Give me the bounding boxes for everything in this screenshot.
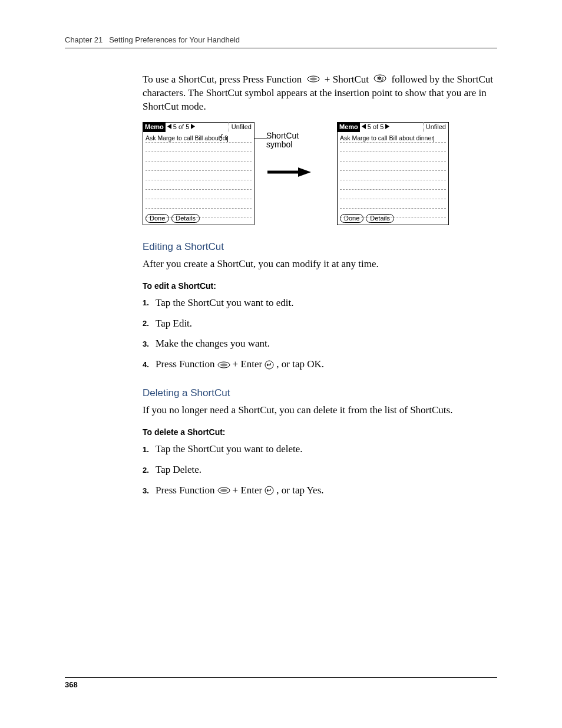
to-edit-subhead: To edit a ShortCut:	[143, 281, 497, 292]
figure-callout: ShortCut symbol	[266, 122, 325, 181]
enter-key-icon	[265, 486, 274, 495]
step-text: Tap the ShortCut you want to edit.	[156, 297, 293, 310]
page-number: 368	[65, 680, 78, 689]
svg-point-12	[220, 363, 227, 366]
done-button: Done	[340, 214, 363, 223]
svg-marker-10	[385, 124, 389, 129]
details-button: Details	[171, 214, 200, 223]
section-heading-deleting: Deleting a ShortCut	[143, 387, 497, 400]
svg-text:S: S	[381, 77, 384, 82]
step-text: Press Function + Enter , or tap Yes.	[156, 484, 324, 498]
step-text: Tap Delete.	[156, 463, 201, 477]
shortcut-key-icon: ✽S	[373, 74, 386, 83]
callout-label: ShortCut symbol	[266, 131, 325, 150]
arrow-icon	[266, 166, 325, 181]
intro-paragraph: To use a ShortCut, press Press Function …	[143, 73, 497, 114]
details-button: Details	[366, 214, 394, 223]
next-icon	[385, 123, 389, 131]
memo-screenshot-left: Memo 5 of 5 Unfiled Ask Marge to call Bi…	[143, 122, 254, 225]
svg-marker-9	[362, 124, 366, 129]
svg-marker-8	[298, 167, 311, 177]
enter-key-icon	[265, 360, 274, 370]
memo-category: Unfiled	[229, 122, 254, 132]
svg-marker-6	[191, 124, 195, 129]
svg-point-1	[310, 78, 317, 81]
step-text: Press Function + Enter , or tap OK.	[156, 358, 324, 371]
function-key-icon	[217, 361, 230, 368]
memo-screenshot-right: Memo 5 of 5 Unfiled Ask Marge to call Bi…	[337, 122, 449, 225]
step-text: Tap the ShortCut you want to delete.	[156, 443, 303, 456]
memo-app-title: Memo	[338, 122, 360, 132]
deleting-intro: If you no longer need a ShortCut, you ca…	[143, 404, 497, 417]
memo-text-line: Ask Marge to call Bill about dinner	[340, 133, 446, 143]
to-delete-subhead: To delete a ShortCut:	[143, 427, 497, 438]
step-text: Tap Edit.	[156, 317, 192, 331]
editing-intro: After you create a ShortCut, you can mod…	[143, 258, 497, 271]
prev-icon	[167, 123, 171, 131]
memo-nav-text: 5 of 5	[173, 123, 190, 131]
memo-app-title: Memo	[143, 122, 166, 132]
svg-point-15	[220, 489, 227, 492]
function-key-icon	[307, 75, 320, 83]
done-button: Done	[146, 214, 169, 223]
prev-icon	[362, 123, 366, 131]
memo-text-line: Ask Marge to call Bill about ʄ di	[146, 133, 252, 143]
next-icon	[191, 123, 195, 131]
edit-steps: 1.Tap the ShortCut you want to edit. 2.T…	[143, 297, 497, 372]
chapter-label: Chapter 21	[65, 35, 103, 44]
step-text: Make the changes you want.	[156, 337, 270, 351]
section-heading-editing: Editing a ShortCut	[143, 241, 497, 254]
memo-category: Unfiled	[423, 122, 448, 132]
delete-steps: 1.Tap the ShortCut you want to delete. 2…	[143, 443, 497, 498]
chapter-title: Setting Preferences for Your Handheld	[109, 35, 240, 44]
memo-nav-text: 5 of 5	[368, 123, 384, 131]
page-header: Chapter 21 Setting Preferences for Your …	[65, 35, 497, 48]
page-footer: 368	[65, 677, 497, 689]
function-key-icon	[217, 487, 230, 494]
svg-marker-5	[167, 124, 171, 129]
shortcut-figure: Memo 5 of 5 Unfiled Ask Marge to call Bi…	[143, 122, 497, 225]
